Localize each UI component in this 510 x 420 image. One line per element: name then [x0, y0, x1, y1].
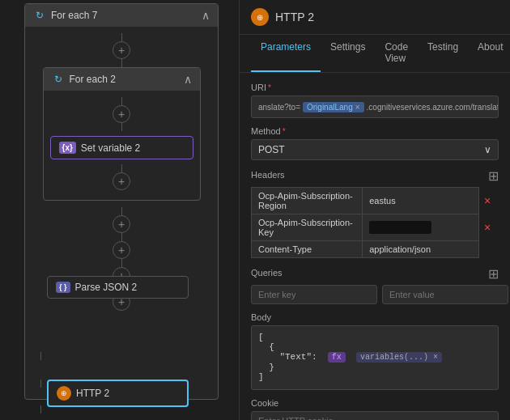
- uri-group: URI * anslate?to= OriginalLang × .cognit…: [251, 83, 499, 118]
- header-val-1[interactable]: eastus: [363, 188, 479, 214]
- queries-header-row: Queries ⊞: [251, 266, 499, 282]
- tabs-bar: Parameters Settings Code View Testing Ab…: [240, 35, 510, 73]
- connector5: [121, 164, 122, 172]
- connector10: [40, 352, 41, 360]
- parse-json-area: { } Parse JSON 2: [23, 352, 164, 360]
- connector4: [121, 123, 122, 131]
- headers-add-btn[interactable]: ⊞: [488, 168, 499, 184]
- body-line-2: {: [258, 342, 491, 352]
- connector1: [121, 33, 122, 41]
- body-line-4: }: [258, 363, 491, 372]
- uri-prefix: anslate?to=: [258, 103, 300, 112]
- foreach2-body: + {x} Set variable 2 +: [44, 91, 200, 197]
- body-group: Body [ { "Text": fx variables(...) × } ]: [251, 312, 499, 390]
- uri-suffix: .cognitiveservices.azure.com/translator/…: [367, 103, 499, 112]
- add-btn-5[interactable]: +: [113, 241, 130, 259]
- body-chip-label: fx: [332, 353, 342, 362]
- parse-json-icon: { }: [56, 282, 70, 293]
- body-label: Body: [251, 312, 499, 322]
- queries-group: Queries ⊞: [251, 266, 499, 304]
- body-line-1: [: [258, 333, 491, 342]
- header-delete-1[interactable]: ×: [481, 194, 494, 207]
- header-row-3: Content-Type application/json: [252, 241, 499, 258]
- flow-container: ↻ For each 7 ∧ + ↻ For each 2 ∧: [0, 0, 239, 420]
- body-area[interactable]: [ { "Text": fx variables(...) × } ]: [251, 325, 499, 390]
- http2-area: + ⊕ HTTP 2: [23, 380, 164, 414]
- connector12: [40, 405, 41, 414]
- tab-settings[interactable]: Settings: [321, 35, 375, 72]
- headers-group: Headers ⊞ Ocp-Apim-Subscription-Region e…: [251, 168, 499, 258]
- body-line-3: "Text": fx variables(...) ×: [258, 352, 491, 363]
- method-value: POST: [258, 144, 285, 155]
- body-var-chip[interactable]: variables(...) ×: [356, 352, 442, 363]
- cookie-group: Cookie: [251, 398, 499, 420]
- uri-chip-label: OriginalLang: [307, 103, 353, 112]
- connector8: [121, 259, 122, 267]
- foreach7-header[interactable]: ↻ For each 7 ∧: [25, 4, 218, 27]
- method-select[interactable]: POST ∨: [251, 139, 499, 160]
- body-line-5: ]: [258, 372, 491, 382]
- header-row-1: Ocp-Apim-Subscription-Region eastus ×: [252, 188, 499, 214]
- add-btn-2[interactable]: +: [113, 105, 130, 123]
- add-btn-1[interactable]: +: [113, 41, 130, 59]
- connector7: [121, 233, 122, 241]
- add-btn-3[interactable]: +: [113, 172, 130, 190]
- foreach7-body: + ↻ For each 2 ∧ + {x}: [25, 27, 218, 383]
- right-content: URI * anslate?to= OriginalLang × .cognit…: [240, 73, 510, 420]
- loop7-icon: ↻: [33, 9, 46, 22]
- headers-label: Headers: [251, 170, 285, 180]
- foreach7-container: ↻ For each 7 ∧ + ↻ For each 2 ∧: [24, 3, 219, 400]
- method-label: Method *: [251, 126, 499, 136]
- connector2: [121, 59, 122, 67]
- query-key-input[interactable]: [251, 285, 377, 304]
- headers-header-row: Headers ⊞: [251, 168, 499, 184]
- uri-field[interactable]: anslate?to= OriginalLang × .cognitiveser…: [251, 95, 499, 118]
- queries-label: Queries: [251, 268, 283, 278]
- tab-codeview[interactable]: Code View: [375, 35, 418, 72]
- uri-chip-close[interactable]: ×: [355, 103, 360, 112]
- add-btn-4[interactable]: +: [113, 215, 130, 233]
- header-val-3[interactable]: application/json: [363, 241, 479, 258]
- tab-about[interactable]: About: [468, 35, 510, 72]
- set-variable-box[interactable]: {x} Set variable 2: [50, 136, 193, 159]
- headers-table: Ocp-Apim-Subscription-Region eastus × Oc…: [251, 187, 499, 258]
- set-var-icon: {x}: [59, 142, 76, 154]
- right-title: HTTP 2: [275, 11, 314, 23]
- query-value-input[interactable]: [382, 285, 508, 304]
- right-http-icon: ⊕: [251, 8, 269, 26]
- set-variable-label: Set variable 2: [81, 142, 140, 154]
- connector3: [121, 97, 122, 105]
- queries-add-btn[interactable]: ⊞: [488, 266, 499, 282]
- foreach7-collapse[interactable]: ∧: [202, 9, 210, 22]
- loop2-icon: ↻: [52, 73, 65, 86]
- body-fx-chip[interactable]: fx: [328, 352, 346, 363]
- foreach2-collapse[interactable]: ∧: [184, 73, 192, 86]
- tab-testing[interactable]: Testing: [418, 35, 468, 72]
- method-chevron: ∨: [484, 144, 491, 155]
- foreach2-label: For each 2: [70, 74, 184, 85]
- method-group: Method * POST ∨: [251, 126, 499, 160]
- http2-box[interactable]: ⊕ HTTP 2: [47, 380, 189, 407]
- http2-label: HTTP 2: [76, 388, 109, 399]
- header-row-2: Ocp-Apim-Subscription-Key ×: [252, 214, 499, 241]
- cookie-input[interactable]: [251, 411, 499, 420]
- flow-left-panel: ↻ For each 7 ∧ + ↻ For each 2 ∧: [0, 0, 239, 420]
- header-key-3[interactable]: Content-Type: [252, 241, 363, 258]
- header-val-hidden: [369, 221, 431, 234]
- parse-json-label: Parse JSON 2: [75, 282, 138, 293]
- header-key-1[interactable]: Ocp-Apim-Subscription-Region: [252, 188, 363, 214]
- foreach2-container: ↻ For each 2 ∧ + {x} Set variable 2: [43, 67, 201, 201]
- connector6: [121, 207, 122, 215]
- parse-json-box[interactable]: { } Parse JSON 2: [47, 276, 189, 299]
- right-header: ⊕ HTTP 2: [240, 0, 510, 35]
- header-key-2[interactable]: Ocp-Apim-Subscription-Key: [252, 214, 363, 241]
- header-delete-2[interactable]: ×: [481, 221, 494, 234]
- cookie-label: Cookie: [251, 398, 499, 408]
- uri-chip[interactable]: OriginalLang ×: [303, 102, 364, 112]
- foreach2-header[interactable]: ↻ For each 2 ∧: [44, 68, 200, 91]
- http2-icon: ⊕: [57, 386, 71, 401]
- header-val-2[interactable]: [363, 214, 479, 241]
- tab-parameters[interactable]: Parameters: [251, 35, 321, 72]
- foreach7-label: For each 7: [51, 10, 202, 21]
- uri-label: URI *: [251, 83, 499, 92]
